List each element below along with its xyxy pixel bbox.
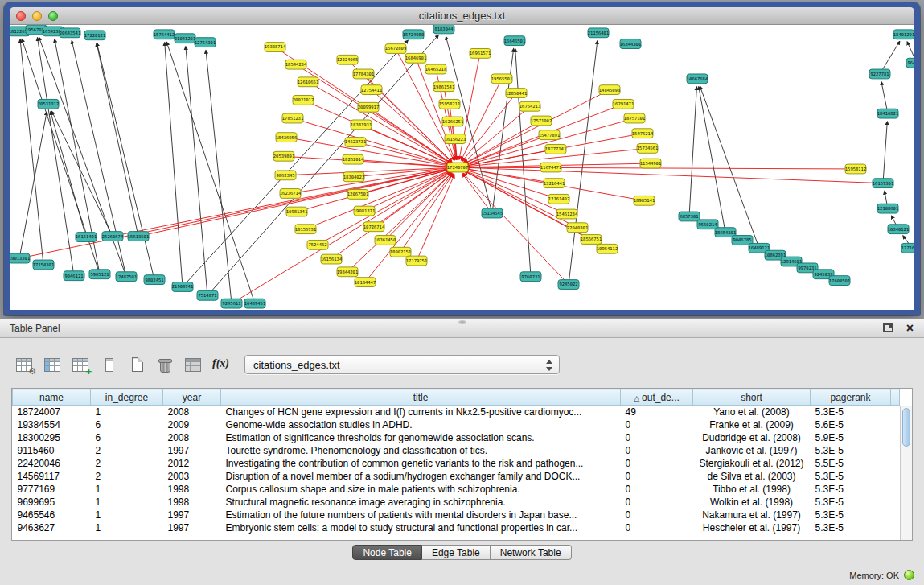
- column-header-name[interactable]: name: [13, 389, 91, 406]
- citation-edge-red[interactable]: [374, 172, 451, 227]
- graph-node[interactable]: 17716341: [901, 243, 914, 253]
- graph-node[interactable]: 15477891: [539, 130, 560, 140]
- graph-node[interactable]: 16157301: [873, 179, 893, 188]
- citation-edge-red[interactable]: [466, 167, 883, 183]
- cell-year[interactable]: 2012: [163, 457, 221, 470]
- graph-node[interactable]: 15958211: [439, 99, 460, 109]
- graph-node[interactable]: 18262014: [343, 154, 364, 164]
- citation-edge-black[interactable]: [492, 48, 514, 213]
- cell-title[interactable]: Disruption of a novel member of a sodium…: [221, 470, 621, 483]
- cell-name[interactable]: 9699695: [13, 496, 91, 509]
- citation-edge-black[interactable]: [569, 41, 598, 285]
- column-header-out_degree[interactable]: △out_de...: [621, 389, 693, 406]
- graph-node[interactable]: 15613501: [128, 232, 149, 241]
- cell-name[interactable]: 9777169: [13, 483, 91, 496]
- cell-out_degree[interactable]: 0: [621, 470, 693, 483]
- graph-node[interactable]: 12108601: [877, 204, 898, 213]
- cell-year[interactable]: 1997: [163, 521, 221, 534]
- citation-edge-black[interactable]: [165, 43, 183, 287]
- graph-node[interactable]: 9862345: [275, 171, 296, 180]
- float-panel-icon[interactable]: [883, 323, 893, 332]
- function-builder-icon[interactable]: f(x): [210, 354, 232, 375]
- graph-node[interactable]: 14845093: [599, 85, 620, 95]
- cell-out_degree[interactable]: 0: [621, 444, 693, 457]
- cell-name[interactable]: 14569117: [13, 470, 91, 483]
- cell-in_degree[interactable]: 1: [91, 509, 163, 521]
- panel-resize-grip[interactable]: [458, 320, 466, 324]
- graph-node[interactable]: 7524462: [307, 240, 328, 249]
- column-header-title[interactable]: title: [221, 389, 621, 406]
- graph-node[interactable]: 18985141: [634, 196, 655, 205]
- table-row[interactable]: 1872400712008Changes of HCN gene express…: [13, 406, 900, 418]
- graph-node[interactable]: 18381931: [351, 120, 372, 130]
- graph-node[interactable]: 14523731: [345, 138, 366, 147]
- citation-edge-black[interactable]: [883, 122, 887, 183]
- graph-node[interactable]: 16291471: [613, 99, 634, 109]
- citation-edge-red[interactable]: [463, 173, 569, 284]
- table-selector[interactable]: citations_edges.txt: [244, 355, 560, 374]
- graph-node[interactable]: 18002151: [390, 247, 411, 257]
- cell-name[interactable]: 19384554: [13, 418, 91, 431]
- graph-node[interactable]: 16344301: [620, 39, 641, 49]
- table-row[interactable]: 977716911998Corpus callosum shape and si…: [13, 483, 900, 496]
- cell-year[interactable]: 1998: [163, 496, 221, 509]
- cell-year[interactable]: 1997: [163, 509, 221, 521]
- graph-node[interactable]: 12754301: [195, 38, 216, 47]
- graph-node[interactable]: 10981341: [286, 207, 307, 216]
- table-row[interactable]: 969969511998Structural magnetic resonanc…: [13, 496, 900, 509]
- graph-node[interactable]: 5905121: [89, 270, 110, 279]
- graph-node[interactable]: 9560214: [697, 220, 718, 229]
- graph-node[interactable]: 18556751: [581, 235, 602, 245]
- cell-title[interactable]: Estimation of significance thresholds fo…: [221, 431, 621, 444]
- graph-node[interactable]: 17604501: [829, 276, 850, 286]
- citation-edge-black[interactable]: [186, 47, 207, 296]
- cell-in_degree[interactable]: 2: [91, 457, 163, 470]
- graph-node[interactable]: 17240707: [447, 163, 468, 172]
- graph-node[interactable]: 11674471: [540, 163, 561, 172]
- graph-node[interactable]: 20099917: [358, 102, 379, 112]
- graph-node[interactable]: 9802451: [144, 275, 165, 285]
- graph-node[interactable]: 9046121: [64, 271, 84, 281]
- graph-node[interactable]: 19013201: [10, 253, 30, 263]
- graph-node[interactable]: 8183044: [433, 25, 454, 34]
- table-row[interactable]: 1938455462009Genome-wide association stu…: [13, 418, 900, 431]
- graph-node[interactable]: 15958112: [845, 164, 866, 174]
- cell-title[interactable]: Changes of HCN gene expression and I(f) …: [221, 406, 621, 418]
- graph-node[interactable]: 16489451: [244, 299, 265, 308]
- table-row[interactable]: 946362711997Embryonic stem cells: a mode…: [13, 521, 900, 534]
- graph-node[interactable]: 15764412: [154, 30, 175, 39]
- cell-short[interactable]: Dudbridge et al. (2008): [693, 431, 811, 444]
- column-header-in_degree[interactable]: in_degree: [91, 389, 163, 406]
- cell-in_degree[interactable]: 2: [91, 444, 163, 457]
- window-close-button[interactable]: [16, 11, 26, 21]
- cell-year[interactable]: 2003: [163, 470, 221, 483]
- citation-edge-red[interactable]: [358, 170, 450, 195]
- cell-short[interactable]: Franke et al. (2009): [693, 418, 811, 431]
- graph-node[interactable]: 16846901: [405, 53, 426, 63]
- tab-node-table[interactable]: Node Table: [352, 545, 422, 560]
- graph-node[interactable]: 12610651: [298, 77, 318, 87]
- citation-edge-black[interactable]: [97, 43, 138, 236]
- cell-name[interactable]: 9463627: [13, 521, 91, 534]
- cell-short[interactable]: Tibbo et al. (1998): [693, 483, 811, 496]
- cell-title[interactable]: Embryonic stem cells: a model to study s…: [221, 521, 621, 534]
- window-minimize-button[interactable]: [32, 11, 42, 21]
- graph-node[interactable]: 9245611: [221, 299, 242, 308]
- table-row[interactable]: 1456911722003Disruption of a novel membe…: [13, 470, 900, 483]
- network-graph[interactable]: 1724070719338714185442341261065120021012…: [10, 25, 914, 310]
- cell-pagerank[interactable]: 5.3E-5: [811, 444, 891, 457]
- graph-node[interactable]: 17571002: [531, 116, 552, 126]
- cell-short[interactable]: Yano et al. (2008): [693, 406, 811, 418]
- import-table-icon[interactable]: [182, 354, 204, 375]
- cell-year[interactable]: 2009: [163, 418, 221, 431]
- citation-edge-black[interactable]: [689, 87, 696, 216]
- graph-node[interactable]: 9643201: [906, 58, 914, 68]
- cell-name[interactable]: 18300295: [13, 431, 91, 444]
- graph-node[interactable]: 19338714: [265, 43, 286, 52]
- graph-node[interactable]: 15134545: [482, 208, 503, 218]
- graph-node[interactable]: 16961571: [470, 49, 491, 59]
- cell-out_degree[interactable]: 0: [621, 457, 693, 470]
- citation-edge-black[interactable]: [20, 39, 43, 265]
- graph-node[interactable]: 9760231: [520, 272, 541, 282]
- graph-node[interactable]: 19344201: [337, 267, 358, 277]
